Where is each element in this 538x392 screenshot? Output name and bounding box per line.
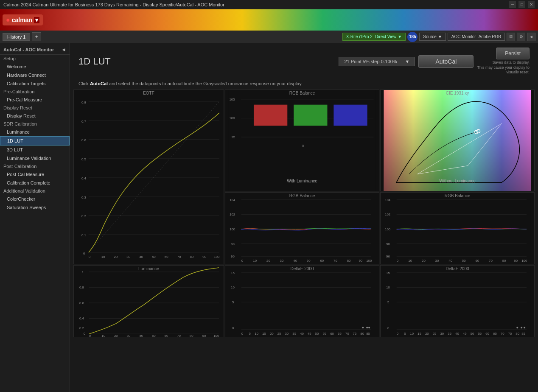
svg-text:20: 20: [425, 332, 429, 336]
chevron-down-icon: ▼: [398, 34, 402, 39]
sidebar-category-additional-validation: Additional Validation: [0, 187, 70, 195]
svg-text:5: 5: [302, 144, 304, 148]
svg-text:0: 0: [241, 332, 244, 336]
svg-text:20: 20: [114, 255, 118, 259]
monitor-profile: Adobe RGB: [479, 34, 501, 39]
titlebar: Calman 2024 Calman Ultimate for Business…: [0, 0, 538, 9]
arrow-left-icon[interactable]: ◄: [527, 33, 535, 41]
sidebar-item-luminance-validation[interactable]: Luminance Validation: [0, 154, 70, 162]
svg-text:50: 50: [152, 334, 156, 337]
persist-note: Saves data to display. This may cause yo…: [477, 60, 530, 75]
sidebar-item-saturation-sweeps[interactable]: Saturation Sweeps: [0, 203, 70, 212]
svg-text:80: 80: [347, 259, 351, 263]
svg-text:25: 25: [277, 332, 281, 336]
point-dropdown-button[interactable]: 21 Point 5% step 0-100% ▼: [339, 57, 415, 66]
without-luminance-label: Without Luminance: [381, 179, 534, 183]
monitor-name: AOC Monitor: [451, 34, 476, 39]
source-button[interactable]: Source ▼: [419, 33, 446, 41]
device-button[interactable]: X-Rite i1Pro 2 Direct View ▼: [342, 33, 406, 41]
maximize-button[interactable]: □: [518, 1, 525, 8]
rgb-balance-top-title: RGB Balance: [225, 91, 379, 95]
autocal-button[interactable]: AutoCal: [418, 55, 474, 68]
rgb-balance-top-svg: 105 100 95 5: [225, 90, 379, 191]
eotf-chart: EOTF 0.8 0.7 0.6 0.5 0.4 0.3 0.2 0.1 0: [73, 90, 224, 264]
svg-text:0.6: 0.6: [79, 301, 84, 305]
sidebar-item-colorchecker[interactable]: ColorChecker: [0, 195, 70, 203]
luminance-chart: Luminance 1 0.8 0.6 0.4 0.2 0: [73, 265, 224, 337]
monitor-button[interactable]: AOC Monitor Adobe RGB: [448, 33, 505, 41]
svg-text:30: 30: [126, 255, 130, 259]
svg-text:102: 102: [230, 213, 235, 216]
svg-text:0.8: 0.8: [81, 101, 87, 104]
sidebar-item-pre-cal-measure[interactable]: Pre-Cal Measure: [0, 95, 70, 104]
cie-svg: [381, 90, 534, 191]
svg-text:10: 10: [410, 332, 414, 336]
add-history-tab-button[interactable]: +: [32, 32, 41, 41]
deltae-without-chart: DeltaE 2000 15 10 5 0 0 5 10 15 20 2: [380, 265, 535, 337]
sidebar-item-hardware-connect[interactable]: Hardware Connect: [0, 71, 70, 79]
svg-point-170: [516, 327, 518, 328]
svg-text:0: 0: [84, 332, 86, 336]
svg-text:75: 75: [353, 332, 357, 336]
svg-text:0.3: 0.3: [81, 196, 87, 199]
svg-text:15: 15: [262, 332, 266, 336]
charts-grid: EOTF 0.8 0.7 0.6 0.5 0.4 0.3 0.2 0.1 0: [70, 90, 538, 392]
history-tab-1[interactable]: History 1: [3, 33, 30, 41]
svg-text:0: 0: [241, 259, 244, 263]
monitor-icon[interactable]: 🖥: [507, 33, 515, 41]
device-mode: Direct View: [375, 34, 396, 39]
sidebar-item-welcome[interactable]: Welcome: [0, 62, 70, 71]
svg-text:104: 104: [385, 198, 391, 202]
deltae-with-chart: DeltaE 2000 15 10 5 0 0 5 10 15 20: [225, 265, 379, 337]
sidebar-item-3d-lut[interactable]: 3D LUT: [0, 146, 70, 154]
sidebar-item-post-cal-measure[interactable]: Post-Cal Measure: [0, 170, 70, 179]
sidebar-category-pre-calibration: Pre-Calibration: [0, 88, 70, 95]
device-name: X-Rite i1Pro 2: [346, 34, 373, 39]
titlebar-title: Calman 2024 Calman Ultimate for Business…: [3, 2, 224, 7]
dropdown-arrow-icon: ▼: [405, 59, 410, 64]
logo-dropdown-button[interactable]: ▼: [34, 17, 39, 23]
svg-text:60: 60: [165, 334, 168, 337]
svg-text:0.4: 0.4: [81, 176, 87, 180]
settings-icon[interactable]: ⚙: [517, 33, 525, 41]
sidebar-collapse-button[interactable]: ◄: [61, 47, 66, 53]
svg-text:100: 100: [229, 116, 235, 120]
sidebar-item-display-reset[interactable]: Display Reset: [0, 112, 70, 120]
sidebar-category-sdr-calibration: SDR Calibration: [0, 120, 70, 128]
rgb-balance-with-chart: RGB Balance 104 102 100 98 96 0 10: [225, 192, 379, 264]
content-header: 1D LUT 21 Point 5% step 0-100% ▼ AutoCal…: [70, 43, 538, 79]
svg-text:60: 60: [330, 332, 334, 336]
persist-button[interactable]: Persist: [496, 48, 530, 59]
rgb-balance-without-chart: RGB Balance 104 102 100 98 96 0 10 20: [380, 192, 535, 264]
svg-text:85: 85: [366, 332, 370, 336]
svg-text:30: 30: [440, 332, 444, 336]
svg-rect-0: [74, 91, 224, 263]
luminance-chart-title: Luminance: [74, 266, 224, 271]
svg-text:40: 40: [455, 332, 459, 336]
svg-text:80: 80: [502, 259, 506, 263]
sidebar-item-1d-lut[interactable]: 1D LUT: [0, 136, 70, 146]
rgb-balance-without-title: RGB Balance: [381, 193, 534, 198]
close-button[interactable]: ✕: [528, 1, 535, 8]
svg-rect-39: [294, 105, 327, 126]
minimize-button[interactable]: ─: [509, 1, 516, 8]
sidebar-item-luminance[interactable]: Luminance: [0, 128, 70, 136]
svg-text:0.5: 0.5: [81, 157, 87, 161]
topbar: ● calman ▼: [0, 9, 538, 31]
svg-text:15: 15: [231, 271, 235, 275]
svg-text:100: 100: [521, 259, 527, 263]
calman-logo[interactable]: ● calman ▼: [3, 14, 43, 25]
sidebar-item-calibration-targets[interactable]: Calibration Targets: [0, 79, 70, 88]
svg-text:70: 70: [177, 334, 181, 337]
source-chevron-icon: ▼: [438, 34, 442, 39]
svg-text:0.6: 0.6: [81, 139, 87, 143]
page-title-area: 1D LUT: [78, 56, 111, 67]
svg-text:0.1: 0.1: [81, 233, 87, 237]
svg-text:10: 10: [231, 286, 235, 289]
sidebar-category-display-reset: Display Reset: [0, 104, 70, 112]
svg-text:40: 40: [139, 255, 143, 259]
svg-text:30: 30: [435, 259, 439, 263]
sidebar-item-calibration-complete[interactable]: Calibration Complete: [0, 179, 70, 187]
svg-text:80: 80: [190, 334, 193, 337]
svg-text:90: 90: [359, 259, 362, 263]
